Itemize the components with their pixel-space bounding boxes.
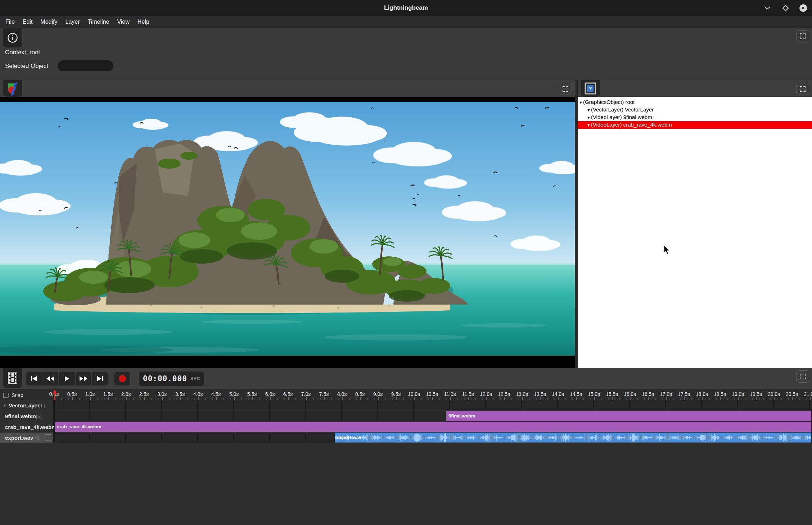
track-row: crab_rave_4k.webm[M]crab_rave_4k.webm [0, 422, 812, 432]
menu-timeline[interactable]: Timeline [84, 16, 113, 28]
track-lane[interactable] [54, 400, 812, 410]
video-clip[interactable]: 9final.webm [446, 411, 811, 421]
ruler-tick [486, 397, 487, 400]
collapse-arrow-icon[interactable]: ▼ [579, 99, 583, 106]
record-button[interactable] [114, 372, 130, 385]
collapse-arrow-icon[interactable]: ▼ [587, 122, 591, 129]
timeline-tracks: ▼VectorLayer[L]9final.webm[S]9final.webm… [0, 400, 812, 443]
video-clip[interactable]: crab_rave_4k.webm [55, 422, 811, 432]
inspector-panel: Context: root Selected Object [0, 28, 812, 80]
ruler-tick [756, 397, 757, 400]
playhead-tip-icon[interactable] [52, 390, 57, 394]
tree-item-label: (GraphicsObject) root [583, 99, 635, 105]
track-toggle-button[interactable]: - [45, 434, 51, 441]
ruler-label: 2.5s [139, 391, 149, 397]
track-lane[interactable]: 9final.webm [54, 411, 812, 421]
skip-to-start-button[interactable] [26, 372, 42, 385]
ruler-tick [648, 397, 649, 400]
track-name: 9final.webm [5, 413, 36, 419]
rewind-button[interactable] [42, 372, 58, 385]
menu-edit[interactable]: Edit [19, 16, 37, 28]
ruler-tick [594, 397, 595, 400]
track-label[interactable]: ▼VectorLayer[L] [0, 400, 54, 410]
stage-expand-button[interactable] [559, 83, 572, 95]
tree-item[interactable]: ▼(VectorLayer) VectorLayer [578, 106, 812, 114]
tree-item[interactable]: ▼(GraphicsObject) root [578, 99, 812, 106]
island-video-frame [0, 102, 575, 356]
menu-layer[interactable]: Layer [61, 16, 84, 28]
clip-label: 9final.webm [446, 411, 811, 421]
ruler-tick [180, 397, 181, 400]
selected-object-field[interactable] [58, 60, 113, 71]
stage-canvas[interactable] [0, 97, 575, 368]
ruler-label: 12.0s [480, 391, 492, 397]
title-bar: Lightningbeam ✕ [0, 0, 812, 16]
ruler-tick [414, 397, 415, 400]
ruler-label: 3.0s [157, 391, 167, 397]
ruler-tick [396, 397, 397, 400]
ruler-tick [522, 397, 523, 400]
tree-expand-button[interactable] [796, 83, 809, 95]
minimize-icon[interactable] [763, 4, 771, 12]
scene-tree: ▼(GraphicsObject) root▼(VectorLayer) Vec… [578, 97, 812, 368]
track-name: crab_rave_4k.webm [5, 424, 57, 430]
ruler-tick [72, 397, 73, 400]
ruler-tick [126, 397, 127, 400]
info-tab[interactable] [3, 28, 22, 47]
snap-checkbox[interactable] [3, 393, 9, 398]
audio-clip[interactable]: export.wav [335, 433, 811, 443]
ruler-label: 4.5s [211, 391, 221, 397]
record-icon [119, 375, 126, 382]
fullscreen-icon [799, 86, 806, 92]
fullscreen-icon [799, 373, 806, 380]
collapse-arrow-icon[interactable]: ▼ [587, 107, 591, 114]
menu-file[interactable]: File [1, 16, 19, 28]
ruler-tick [702, 397, 703, 400]
ruler-tick [558, 397, 559, 400]
track-label[interactable]: export.wav[A]- [0, 433, 54, 443]
fast-forward-button[interactable] [76, 372, 91, 385]
skip-to-end-button[interactable] [92, 372, 108, 385]
track-collapse-icon[interactable]: ▼ [3, 403, 6, 407]
menu-modify[interactable]: Modify [36, 16, 61, 28]
timeline-tab[interactable] [3, 368, 22, 388]
tree-item[interactable]: ▼(VideoLayer) 9final.webm [578, 114, 812, 121]
track-lane[interactable]: export.wav [54, 433, 812, 443]
play-button[interactable] [59, 372, 75, 385]
ruler-tick [342, 397, 343, 400]
track-type-badge: [L] [40, 403, 45, 408]
ruler-tick [450, 397, 451, 400]
menu-view[interactable]: View [113, 16, 133, 28]
ruler-tick [324, 397, 325, 400]
ruler-tick [720, 397, 721, 400]
track-lane[interactable]: crab_rave_4k.webm [54, 422, 812, 432]
track-label[interactable]: 9final.webm[S] [0, 411, 54, 421]
timeline-ruler[interactable]: Snap 0.0s0.5s1.0s1.5s2.0s2.5s3.0s3.5s4.0… [0, 389, 812, 400]
fullscreen-icon [799, 33, 806, 40]
ruler-tick [684, 397, 685, 400]
tree-item-label: (VideoLayer) crab_rave_4k.webm [591, 122, 672, 128]
ruler-tick [576, 397, 577, 400]
close-icon[interactable]: ✕ [799, 4, 807, 12]
stage-tab[interactable] [3, 80, 22, 97]
ruler-tick [144, 397, 145, 400]
track-label[interactable]: crab_rave_4k.webm[M] [0, 422, 54, 432]
ruler-label: 14.5s [570, 391, 582, 397]
tree-item-label: (VideoLayer) 9final.webm [591, 114, 652, 120]
ruler-label: 8.0s [337, 391, 347, 397]
mouse-cursor [663, 245, 671, 255]
collapse-arrow-icon[interactable]: ▼ [587, 114, 591, 121]
maximize-icon[interactable] [781, 4, 789, 12]
ruler-label: 3.5s [175, 391, 185, 397]
ruler-tick [108, 397, 109, 400]
track-row: ▼VectorLayer[L] [0, 400, 812, 410]
tree-item[interactable]: ▼(VideoLayer) crab_rave_4k.webm [578, 121, 812, 129]
ruler-label: 14.0s [552, 391, 564, 397]
tree-tab[interactable]: ? [581, 80, 600, 97]
timeline-expand-button[interactable] [796, 370, 809, 383]
ruler-tick [198, 397, 199, 400]
context-label: Context: root [5, 49, 40, 56]
menu-help[interactable]: Help [134, 16, 153, 28]
ruler-tick [162, 397, 163, 400]
inspector-expand-button[interactable] [796, 30, 809, 42]
